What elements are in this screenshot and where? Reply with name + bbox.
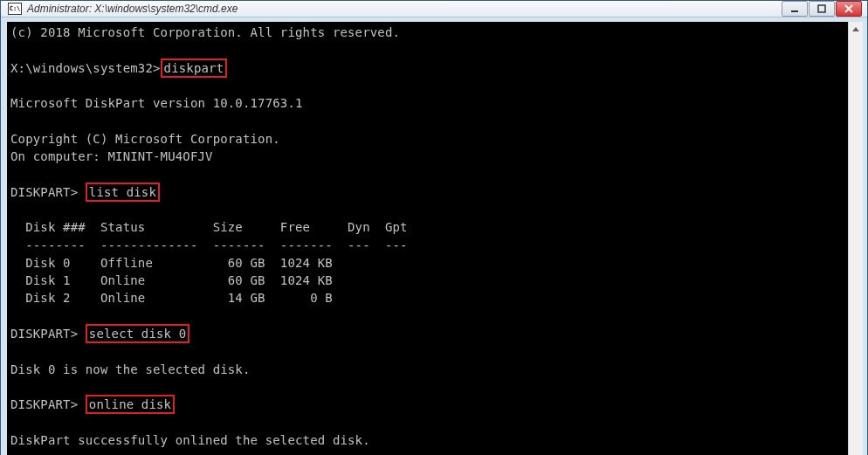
cmd-window: C:\ Administrator: X:\windows\system32\c… — [0, 0, 868, 455]
svg-rect-1 — [818, 5, 825, 12]
cmd-icon: C:\ — [8, 3, 22, 15]
cmd-online-disk: online disk — [86, 395, 175, 414]
diskpart-version: Microsoft DiskPart version 10.0.17763.1 — [10, 94, 848, 112]
titlebar[interactable]: C:\ Administrator: X:\windows\system32\c… — [1, 1, 867, 17]
minimize-icon — [790, 4, 799, 13]
table-header: Disk ### Status Size Free Dyn Gpt — [10, 218, 848, 236]
chevron-up-icon — [852, 27, 859, 31]
diskpart-prompt: DISKPART> — [10, 185, 78, 199]
minimize-button[interactable] — [782, 1, 808, 17]
cmd-diskpart: diskpart — [161, 59, 228, 78]
window-title: Administrator: X:\windows\system32\cmd.e… — [27, 3, 782, 15]
scroll-up-button[interactable] — [849, 22, 863, 37]
msg-onlined: DiskPart successfully onlined the select… — [10, 431, 848, 449]
msg-selected: Disk 0 is now the selected disk. — [10, 361, 848, 378]
diskpart-computer: On computer: MININT-MU4OFJV — [10, 148, 848, 165]
table-row: Disk 2 Online 14 GB 0 B — [10, 289, 848, 307]
terminal-container: (c) 2018 Microsoft Corporation. All righ… — [1, 17, 867, 455]
close-icon — [844, 4, 853, 13]
maximize-button[interactable] — [809, 1, 835, 17]
copyright-line: (c) 2018 Microsoft Corporation. All righ… — [10, 24, 848, 41]
cmd-select-disk: select disk 0 — [86, 324, 190, 343]
window-controls — [782, 1, 862, 17]
scrollbar[interactable] — [848, 22, 863, 455]
diskpart-prompt: DISKPART> — [10, 327, 78, 341]
table-row: Disk 0 Offline 60 GB 1024 KB — [10, 254, 848, 272]
svg-rect-0 — [791, 10, 798, 12]
diskpart-prompt: DISKPART> — [10, 397, 78, 411]
diskpart-copyright: Copyright (C) Microsoft Corporation. — [10, 130, 848, 148]
close-button[interactable] — [836, 1, 862, 17]
terminal[interactable]: (c) 2018 Microsoft Corporation. All righ… — [7, 22, 848, 455]
maximize-icon — [817, 4, 826, 13]
cmd-list-disk: list disk — [86, 183, 160, 202]
table-divider: -------- ------------- ------- ------- -… — [10, 237, 848, 254]
table-row: Disk 1 Online 60 GB 1024 KB — [10, 272, 848, 289]
prompt: X:\windows\system32> — [10, 61, 161, 75]
